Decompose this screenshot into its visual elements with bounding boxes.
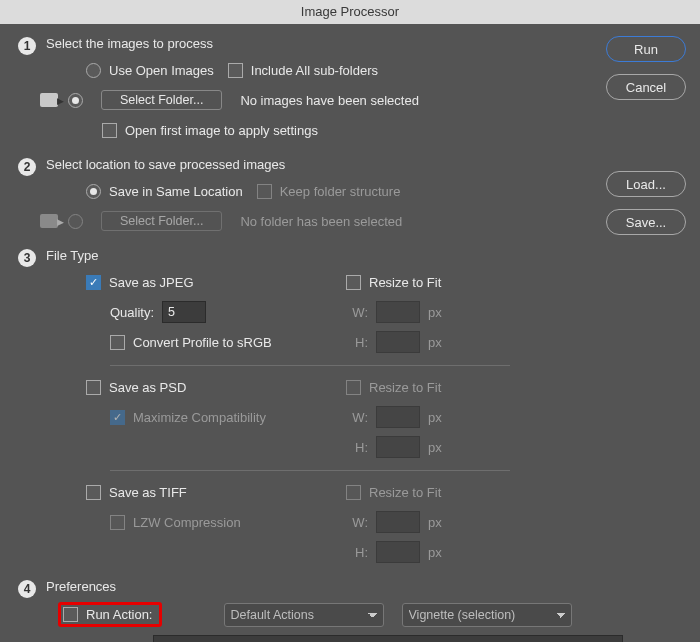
psd-resize-checkbox bbox=[346, 380, 361, 395]
px-label: px bbox=[428, 410, 442, 425]
psd-h-label: H: bbox=[346, 440, 368, 455]
open-first-image-checkbox[interactable] bbox=[102, 123, 117, 138]
run-button[interactable]: Run bbox=[606, 36, 686, 62]
jpeg-resize-label: Resize to Fit bbox=[369, 275, 441, 290]
use-open-images-radio[interactable] bbox=[86, 63, 101, 78]
folder-icon: ▶ bbox=[40, 93, 58, 107]
same-location-radio[interactable] bbox=[86, 184, 101, 199]
tiff-h-input bbox=[376, 541, 420, 563]
jpeg-resize-checkbox[interactable] bbox=[346, 275, 361, 290]
save-select-folder-radio[interactable] bbox=[68, 214, 83, 229]
tiff-w-label: W: bbox=[346, 515, 368, 530]
run-action-checkbox[interactable] bbox=[63, 607, 78, 622]
save-folder-status-text: No folder has been selected bbox=[240, 214, 402, 229]
step-1-badge: 1 bbox=[18, 37, 36, 55]
convert-srgb-label: Convert Profile to sRGB bbox=[133, 335, 272, 350]
step-3-badge: 3 bbox=[18, 249, 36, 267]
jpeg-w-label: W: bbox=[346, 305, 368, 320]
tiff-h-label: H: bbox=[346, 545, 368, 560]
open-first-image-label: Open first image to apply settings bbox=[125, 123, 318, 138]
save-tiff-label: Save as TIFF bbox=[109, 485, 187, 500]
copyright-input[interactable] bbox=[153, 635, 623, 642]
save-jpeg-checkbox[interactable] bbox=[86, 275, 101, 290]
section-4-heading: Preferences bbox=[46, 579, 688, 594]
px-label: px bbox=[428, 545, 442, 560]
px-label: px bbox=[428, 335, 442, 350]
tiff-resize-checkbox bbox=[346, 485, 361, 500]
keep-structure-label: Keep folder structure bbox=[280, 184, 401, 199]
step-2-badge: 2 bbox=[18, 158, 36, 176]
section-3-heading: File Type bbox=[46, 248, 688, 263]
folder-status-text: No images have been selected bbox=[240, 93, 419, 108]
lzw-label: LZW Compression bbox=[133, 515, 241, 530]
quality-input[interactable] bbox=[162, 301, 206, 323]
psd-w-label: W: bbox=[346, 410, 368, 425]
run-action-label: Run Action: bbox=[86, 607, 153, 622]
tiff-resize-label: Resize to Fit bbox=[369, 485, 441, 500]
max-compat-label: Maximize Compatibility bbox=[133, 410, 266, 425]
max-compat-checkbox bbox=[110, 410, 125, 425]
psd-w-input bbox=[376, 406, 420, 428]
px-label: px bbox=[428, 305, 442, 320]
select-folder-radio[interactable] bbox=[68, 93, 83, 108]
save-tiff-checkbox[interactable] bbox=[86, 485, 101, 500]
run-action-highlight: Run Action: bbox=[58, 602, 162, 627]
lzw-checkbox bbox=[110, 515, 125, 530]
include-subfolders-checkbox[interactable] bbox=[228, 63, 243, 78]
include-subfolders-label: Include All sub-folders bbox=[251, 63, 378, 78]
px-label: px bbox=[428, 515, 442, 530]
psd-h-input bbox=[376, 436, 420, 458]
section-2-heading: Select location to save processed images bbox=[46, 157, 688, 172]
action-select[interactable]: Vignette (selection) bbox=[402, 603, 572, 627]
save-select-folder-button: Select Folder... bbox=[101, 211, 222, 231]
use-open-images-label: Use Open Images bbox=[109, 63, 214, 78]
step-4-badge: 4 bbox=[18, 580, 36, 598]
jpeg-h-input bbox=[376, 331, 420, 353]
save-button[interactable]: Save... bbox=[606, 209, 686, 235]
jpeg-w-input bbox=[376, 301, 420, 323]
section-1-heading: Select the images to process bbox=[46, 36, 688, 51]
jpeg-h-label: H: bbox=[346, 335, 368, 350]
same-location-label: Save in Same Location bbox=[109, 184, 243, 199]
convert-srgb-checkbox[interactable] bbox=[110, 335, 125, 350]
save-jpeg-label: Save as JPEG bbox=[109, 275, 194, 290]
quality-label: Quality: bbox=[110, 305, 154, 320]
psd-resize-label: Resize to Fit bbox=[369, 380, 441, 395]
px-label: px bbox=[428, 440, 442, 455]
folder-icon: ▶ bbox=[40, 214, 58, 228]
tiff-w-input bbox=[376, 511, 420, 533]
select-folder-button[interactable]: Select Folder... bbox=[101, 90, 222, 110]
load-button[interactable]: Load... bbox=[606, 171, 686, 197]
action-set-select[interactable]: Default Actions bbox=[224, 603, 384, 627]
cancel-button[interactable]: Cancel bbox=[606, 74, 686, 100]
save-psd-checkbox[interactable] bbox=[86, 380, 101, 395]
save-psd-label: Save as PSD bbox=[109, 380, 186, 395]
window-title: Image Processor bbox=[0, 0, 700, 24]
keep-structure-checkbox bbox=[257, 184, 272, 199]
